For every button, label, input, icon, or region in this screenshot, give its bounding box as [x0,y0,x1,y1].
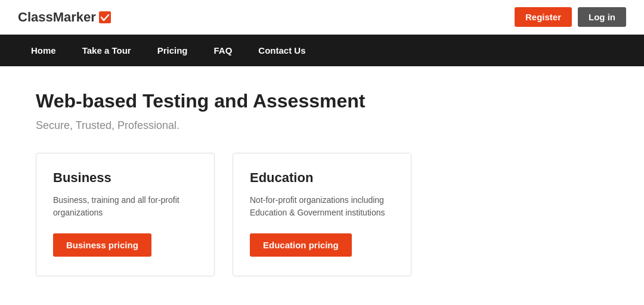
nav-item-contact-us[interactable]: Contact Us [245,35,318,66]
login-button[interactable]: Log in [578,7,626,27]
main-heading: Web-based Testing and Assessment [36,90,608,112]
logo-text: ClassMarker [18,10,96,25]
logo: ClassMarker [18,10,112,25]
nav-item-take-tour[interactable]: Take a Tour [69,35,144,66]
business-card-title: Business [53,170,197,186]
business-card-description: Business, training and all for-profit or… [53,194,197,219]
education-card-title: Education [250,170,394,186]
nav-bar: Home Take a Tour Pricing FAQ Contact Us [0,35,644,66]
cards-container: Business Business, training and all for-… [36,153,608,276]
main-content: Web-based Testing and Assessment Secure,… [0,66,644,300]
business-pricing-button[interactable]: Business pricing [53,233,151,257]
top-buttons: Register Log in [515,7,626,27]
education-card: Education Not-for-profit organizations i… [233,153,411,276]
education-pricing-button[interactable]: Education pricing [250,233,352,257]
top-bar: ClassMarker Register Log in [0,0,644,35]
business-card: Business Business, training and all for-… [36,153,215,276]
nav-item-faq[interactable]: FAQ [201,35,246,66]
nav-item-home[interactable]: Home [18,35,69,66]
register-button[interactable]: Register [515,7,572,27]
logo-checkmark-icon [98,11,112,24]
nav-item-pricing[interactable]: Pricing [144,35,201,66]
main-subheading: Secure, Trusted, Professional. [36,119,608,132]
education-card-description: Not-for-profit organizations including E… [250,194,394,219]
